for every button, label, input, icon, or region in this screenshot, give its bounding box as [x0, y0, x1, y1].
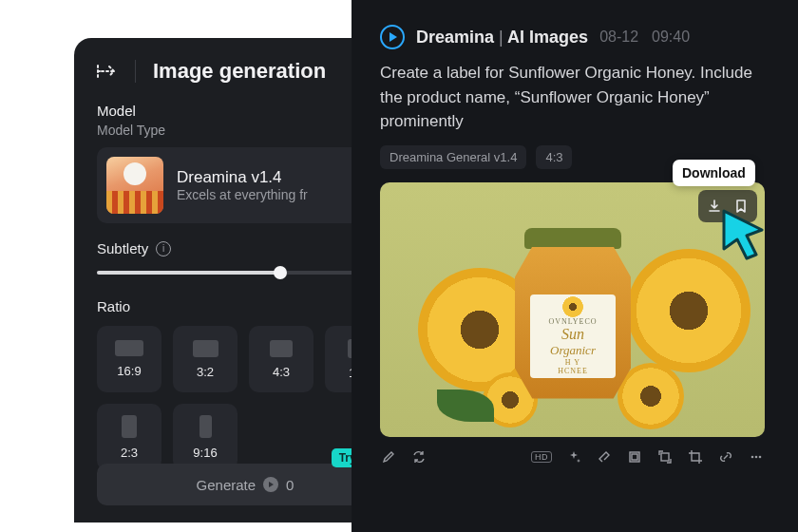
model-description: Excels at everything fr [177, 187, 308, 202]
svg-rect-2 [661, 453, 669, 461]
crop-icon[interactable] [687, 448, 704, 466]
ratio-9-16[interactable]: 9:16 [173, 404, 238, 470]
eraser-icon[interactable] [596, 448, 613, 466]
divider [135, 60, 136, 83]
download-tooltip: Download [673, 160, 755, 186]
ratio-label: 16:9 [117, 364, 141, 378]
model-thumbnail [106, 157, 163, 214]
prompt-text: Create a label for Sunflower Organic Hon… [380, 61, 770, 134]
model-info: Dreamina v1.4 Excels at everything fr [177, 168, 308, 202]
ratio-label: 2:3 [121, 446, 138, 460]
ratio-16-9[interactable]: 16:9 [97, 326, 162, 392]
regenerate-icon[interactable] [410, 448, 428, 466]
product-label: OVNLYECO Sun Organicr H Y HCNEE [530, 294, 616, 378]
subtlety-slider[interactable] [97, 266, 393, 279]
link-icon[interactable] [717, 448, 734, 466]
generate-label: Generate [197, 477, 256, 493]
expand-icon[interactable] [656, 448, 674, 466]
sparkle-icon[interactable] [565, 448, 582, 466]
model-type-label: Model Type [97, 123, 393, 138]
cursor-icon [718, 207, 773, 266]
ratio-section-label: Ratio [97, 298, 393, 314]
panel-header: Image generation [97, 59, 393, 84]
svg-point-3 [751, 455, 754, 458]
ratio-label: 3:2 [197, 365, 214, 379]
generated-image[interactable]: OVNLYECO Sun Organicr H Y HCNEE [380, 182, 765, 437]
chip-ratio[interactable]: 4:3 [536, 145, 572, 169]
subtlety-row: Subtlety i [97, 240, 393, 256]
ratio-3-2[interactable]: 3:2 [173, 326, 238, 392]
generate-count: 0 [286, 477, 294, 493]
hd-badge[interactable]: HD [531, 451, 552, 463]
timestamp: 08-1209:40 [599, 28, 690, 46]
model-name: Dreamina v1.4 [177, 168, 308, 187]
model-selector[interactable]: Dreamina v1.4 Excels at everything fr [97, 147, 393, 223]
layers-icon[interactable] [626, 448, 643, 466]
more-icon[interactable] [748, 448, 765, 466]
svg-point-5 [759, 455, 762, 458]
result-header: Dreamina | AI Images 08-1209:40 [380, 25, 770, 49]
svg-rect-1 [632, 454, 637, 460]
ratio-label: 4:3 [273, 365, 290, 379]
jar-illustration: OVNLYECO Sun Organicr H Y HCNEE [515, 228, 631, 401]
collapse-icon[interactable] [97, 62, 118, 81]
edit-icon[interactable] [380, 448, 397, 466]
result-panel: Dreamina | AI Images 08-1209:40 Create a… [352, 0, 798, 532]
brand-logo-icon [380, 25, 405, 49]
model-section-label: Model [97, 103, 393, 119]
panel-title: Image generation [153, 59, 326, 84]
subtlety-label: Subtlety [97, 240, 148, 256]
svg-point-4 [755, 455, 758, 458]
ratio-label: 9:16 [193, 446, 217, 460]
ratio-2-3[interactable]: 2:3 [97, 404, 162, 470]
chip-model[interactable]: Dreamina General v1.4 [380, 145, 526, 169]
brand-title: Dreamina | AI Images [416, 28, 588, 48]
ratio-4-3[interactable]: 4:3 [249, 326, 314, 392]
play-icon [263, 477, 278, 492]
info-icon[interactable]: i [156, 241, 171, 256]
image-bottom-toolbar: HD [380, 448, 765, 466]
generate-button[interactable]: Generate 0 Try free [97, 464, 393, 505]
